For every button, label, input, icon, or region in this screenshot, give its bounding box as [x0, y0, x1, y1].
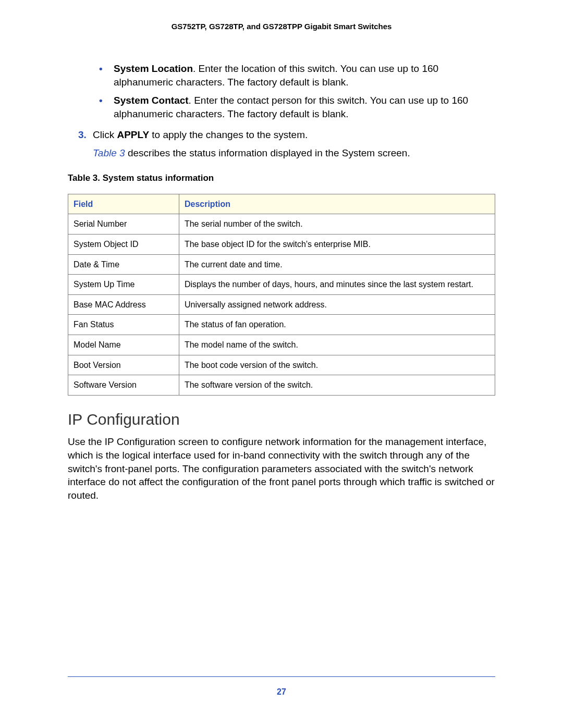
table-cell-desc: Universally assigned network address. [179, 294, 495, 315]
section-heading-ip-configuration: IP Configuration [68, 409, 495, 430]
table-row: Serial Number The serial number of the s… [68, 214, 495, 235]
table-cell-field: Software Version [68, 375, 179, 396]
page: GS752TP, GS728TP, and GS728TPP Gigabit S… [0, 0, 563, 728]
table-cell-desc: The software version of the switch. [179, 375, 495, 396]
bullet-item: System Location. Enter the location of t… [99, 62, 495, 89]
table-row: Fan Status The status of fan operation. [68, 315, 495, 335]
table-cell-field: System Object ID [68, 234, 179, 254]
step-number: 3. [78, 128, 93, 142]
bullet-label: System Location [114, 63, 193, 74]
table-row: Base MAC Address Universally assigned ne… [68, 294, 495, 315]
table-cell-field: Fan Status [68, 315, 179, 335]
table-cell-desc: The model name of the switch. [179, 335, 495, 355]
table-row: Boot Version The boot code version of th… [68, 355, 495, 375]
table-cell-desc: The status of fan operation. [179, 315, 495, 335]
table-cell-desc: The boot code version of the switch. [179, 355, 495, 375]
page-footer: 27 [68, 676, 495, 697]
step-post: to apply the changes to the system. [149, 129, 308, 140]
section-paragraph: Use the IP Configuration screen to confi… [68, 435, 495, 502]
step-followup: Table 3 describes the status information… [93, 146, 495, 160]
table-cell-field: Boot Version [68, 355, 179, 375]
table-cell-desc: Displays the number of days, hours, and … [179, 275, 495, 295]
table-row: Date & Time The current date and time. [68, 254, 495, 275]
running-header: GS752TP, GS728TP, and GS728TPP Gigabit S… [68, 22, 495, 31]
table-caption: Table 3. System status information [68, 172, 495, 184]
table-cell-field: Base MAC Address [68, 294, 179, 315]
bullet-item: System Contact. Enter the contact person… [99, 94, 495, 120]
table-cell-desc: The current date and time. [179, 254, 495, 275]
table-cell-field: System Up Time [68, 275, 179, 295]
system-status-table: Field Description Serial Number The seri… [68, 194, 495, 396]
table-cell-field: Serial Number [68, 214, 179, 235]
table-cell-field: Date & Time [68, 254, 179, 275]
bullet-label: System Contact [114, 95, 189, 106]
step-followup-text: describes the status information display… [125, 147, 410, 158]
table-reference-link[interactable]: Table 3 [93, 147, 125, 158]
step-text: Click APPLY to apply the changes to the … [93, 128, 495, 142]
step-pre: Click [93, 129, 117, 140]
table-row: Model Name The model name of the switch. [68, 335, 495, 355]
body-content: System Location. Enter the location of t… [68, 62, 495, 502]
table-cell-desc: The base object ID for the switch's ente… [179, 234, 495, 254]
page-number: 27 [68, 687, 495, 697]
bullet-list: System Location. Enter the location of t… [99, 62, 495, 121]
table-header-description: Description [179, 194, 495, 214]
table-row: System Object ID The base object ID for … [68, 234, 495, 254]
table-cell-desc: The serial number of the switch. [179, 214, 495, 235]
table-cell-field: Model Name [68, 335, 179, 355]
step-bold: APPLY [117, 129, 149, 140]
table-header-field: Field [68, 194, 179, 214]
footer-rule [68, 676, 495, 677]
table-header-row: Field Description [68, 194, 495, 214]
table-row: Software Version The software version of… [68, 375, 495, 396]
numbered-step: 3. Click APPLY to apply the changes to t… [78, 128, 495, 142]
table-row: System Up Time Displays the number of da… [68, 275, 495, 295]
